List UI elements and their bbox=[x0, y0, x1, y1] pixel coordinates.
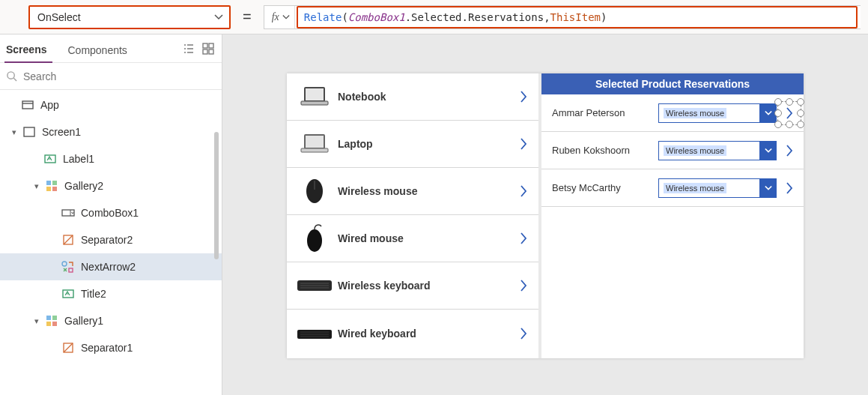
tree-node-combobox1[interactable]: ComboBox1 bbox=[0, 199, 222, 226]
collapse-icon[interactable]: ▾ bbox=[9, 127, 19, 137]
product-item[interactable]: Wired mouse bbox=[287, 215, 538, 262]
nextarrow-control[interactable] bbox=[783, 144, 796, 157]
reservation-item[interactable]: Ruben Kokshoorn Wireless mouse bbox=[541, 132, 804, 169]
search-input[interactable] bbox=[22, 70, 216, 83]
combo-open-button[interactable] bbox=[759, 104, 776, 122]
product-item[interactable]: Wired keyboard bbox=[287, 310, 538, 357]
reservation-combo[interactable]: Wireless mouse bbox=[658, 178, 777, 198]
svg-rect-28 bbox=[301, 101, 328, 105]
chevron-right-icon[interactable] bbox=[516, 279, 531, 292]
svg-rect-19 bbox=[69, 268, 73, 272]
chevron-down-icon bbox=[282, 13, 290, 21]
app-icon bbox=[21, 98, 34, 112]
product-gallery: Notebook Laptop bbox=[287, 73, 541, 358]
chevron-right-icon[interactable] bbox=[516, 184, 531, 198]
tree-node-screen[interactable]: ▾ Screen1 bbox=[0, 118, 222, 145]
tree-panel: Screens Components bbox=[0, 34, 222, 395]
chevron-down-icon bbox=[765, 147, 772, 154]
separator-icon bbox=[61, 341, 75, 355]
svg-rect-3 bbox=[209, 49, 213, 54]
tree-node-title2[interactable]: Title2 bbox=[0, 280, 222, 307]
tree-node-nextarrow2[interactable]: NextArrow2 bbox=[0, 253, 222, 280]
svg-rect-12 bbox=[46, 187, 51, 191]
chevron-right-icon[interactable] bbox=[516, 90, 531, 103]
list-view-icon[interactable] bbox=[183, 43, 195, 55]
collapse-icon[interactable]: ▾ bbox=[31, 316, 42, 326]
tab-screens-label: Screens bbox=[6, 43, 46, 55]
chevron-right-icon[interactable] bbox=[516, 137, 531, 151]
reservation-combo-value: Wireless mouse bbox=[664, 145, 726, 156]
tree-node-label: ComboBox1 bbox=[81, 207, 139, 219]
svg-rect-1 bbox=[209, 43, 213, 48]
svg-rect-0 bbox=[203, 43, 207, 48]
svg-rect-29 bbox=[305, 135, 324, 148]
combo-open-button[interactable] bbox=[759, 179, 776, 197]
scrollbar-thumb[interactable] bbox=[214, 132, 219, 259]
separator-icon bbox=[61, 233, 75, 247]
formula-token-close: ) bbox=[601, 11, 607, 23]
reservation-gallery: Selected Product Reservations Ammar Pete… bbox=[541, 73, 804, 358]
product-thumb-keyboard-icon bbox=[294, 267, 335, 304]
svg-point-18 bbox=[62, 262, 67, 266]
combo-open-button[interactable] bbox=[759, 142, 776, 160]
formula-token-dot: . bbox=[405, 11, 411, 23]
chevron-right-icon[interactable] bbox=[516, 232, 531, 245]
product-item[interactable]: Laptop bbox=[287, 121, 538, 168]
tree-node-gallery2[interactable]: ▾ Gallery2 bbox=[0, 172, 222, 199]
svg-rect-21 bbox=[46, 316, 51, 320]
tree-node-app[interactable]: App bbox=[0, 91, 222, 118]
nextarrow-control[interactable] bbox=[783, 181, 796, 195]
formula-token-ident: ComboBox1 bbox=[348, 11, 405, 23]
tree-node-label: Title2 bbox=[81, 288, 106, 300]
product-name: Notebook bbox=[335, 91, 516, 103]
nextarrow-control[interactable] bbox=[783, 106, 796, 120]
formula-input[interactable]: Relate ( ComboBox1 . Selected . Reservat… bbox=[297, 6, 858, 28]
product-item[interactable]: Notebook bbox=[287, 73, 538, 121]
fx-toggle[interactable]: fx bbox=[264, 6, 295, 28]
chevron-down-icon bbox=[214, 13, 223, 22]
svg-point-33 bbox=[307, 229, 322, 252]
svg-rect-8 bbox=[24, 127, 34, 136]
property-dropdown[interactable]: OnSelect bbox=[28, 5, 231, 29]
formula-token-comma: , bbox=[544, 11, 550, 23]
tab-components-label: Components bbox=[67, 44, 127, 56]
product-name: Wireless mouse bbox=[335, 185, 516, 197]
svg-line-17 bbox=[64, 235, 73, 244]
equals-label: = bbox=[231, 8, 264, 25]
reservation-header: Selected Product Reservations bbox=[541, 73, 804, 94]
screen-icon bbox=[22, 125, 36, 139]
product-name: Wireless keyboard bbox=[335, 280, 516, 292]
tree-node-separator1[interactable]: Separator1 bbox=[0, 334, 222, 361]
grid-view-icon[interactable] bbox=[202, 43, 214, 55]
label-icon bbox=[43, 152, 57, 166]
formula-token-this: ThisItem bbox=[550, 11, 601, 23]
reservation-item[interactable]: Betsy McCarthy Wireless mouse bbox=[541, 169, 804, 207]
product-item[interactable]: Wireless keyboard bbox=[287, 262, 538, 310]
product-name: Wired keyboard bbox=[335, 328, 516, 340]
tree-node-separator2[interactable]: Separator2 bbox=[0, 226, 222, 253]
tab-screens[interactable]: Screens bbox=[4, 37, 52, 63]
reservation-combo[interactable]: Wireless mouse bbox=[658, 103, 777, 123]
gallery-icon bbox=[45, 314, 58, 328]
tree-node-label: Gallery1 bbox=[64, 315, 103, 327]
tree-node-label: Screen1 bbox=[42, 126, 81, 138]
reservation-header-label: Selected Product Reservations bbox=[595, 78, 750, 90]
reservation-item[interactable]: Ammar Peterson Wireless mouse bbox=[541, 94, 804, 132]
chevron-right-icon[interactable] bbox=[516, 327, 531, 340]
formula-token-open: ( bbox=[342, 11, 347, 23]
svg-rect-6 bbox=[22, 101, 33, 109]
tree-node-gallery1[interactable]: ▾ Gallery1 bbox=[0, 307, 222, 334]
product-thumb-keyboard-icon bbox=[294, 315, 335, 352]
collapse-icon[interactable]: ▾ bbox=[31, 181, 42, 191]
reservation-combo[interactable]: Wireless mouse bbox=[658, 141, 777, 160]
tree: App ▾ Screen1 Label1 ▾ bbox=[0, 90, 222, 395]
tree-node-label: App bbox=[40, 99, 59, 111]
formula-token-func: Relate bbox=[304, 11, 342, 23]
tree-node-label1[interactable]: Label1 bbox=[0, 145, 222, 172]
canvas: Notebook Laptop bbox=[222, 34, 868, 395]
product-item[interactable]: Wireless mouse bbox=[287, 168, 538, 215]
svg-rect-30 bbox=[301, 148, 328, 152]
reservation-name: Ammar Peterson bbox=[552, 107, 652, 118]
tab-components[interactable]: Components bbox=[66, 38, 133, 62]
app-frame: Notebook Laptop bbox=[287, 73, 804, 358]
